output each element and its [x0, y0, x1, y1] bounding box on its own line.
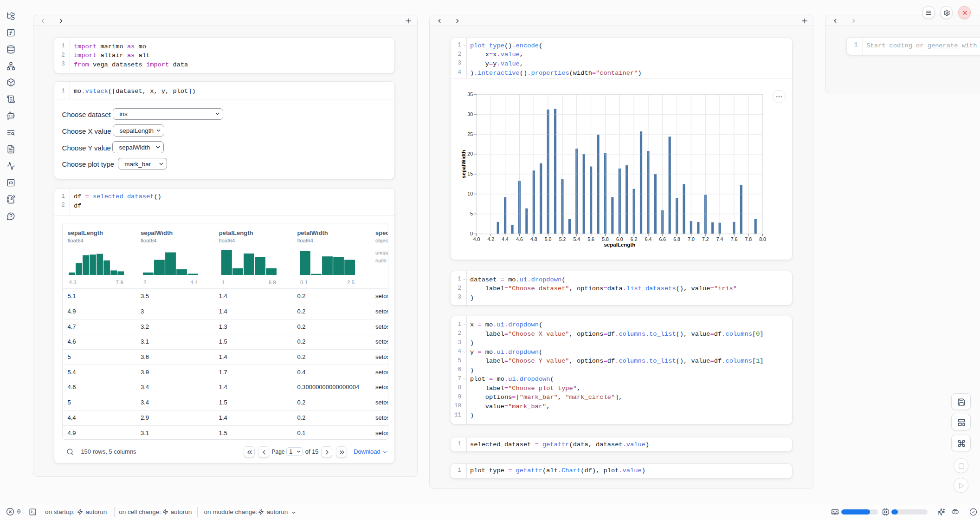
svg-text:30: 30: [467, 111, 473, 117]
svg-text:25: 25: [467, 131, 473, 137]
svg-text:5.8: 5.8: [602, 236, 609, 242]
svg-text:5.0: 5.0: [545, 236, 552, 242]
svg-text:5.2: 5.2: [559, 236, 566, 242]
svg-text:7.2: 7.2: [702, 236, 709, 242]
svg-text:8.0: 8.0: [759, 236, 766, 242]
svg-text:5.6: 5.6: [587, 236, 594, 242]
svg-text:sepalWidth: sepalWidth: [461, 150, 466, 178]
svg-text:6.6: 6.6: [659, 236, 666, 242]
svg-text:6.0: 6.0: [616, 236, 623, 242]
svg-text:7.0: 7.0: [688, 236, 695, 242]
svg-text:4.2: 4.2: [488, 236, 495, 242]
svg-text:4.4: 4.4: [502, 236, 509, 242]
svg-text:15: 15: [467, 171, 473, 176]
svg-text:5.4: 5.4: [574, 236, 580, 242]
svg-text:sepalLength: sepalLength: [604, 241, 635, 247]
svg-text:6.8: 6.8: [673, 236, 680, 242]
svg-text:5: 5: [470, 211, 473, 216]
svg-text:10: 10: [467, 191, 473, 196]
svg-text:20: 20: [467, 151, 473, 156]
svg-text:7.6: 7.6: [731, 236, 738, 242]
svg-text:4.8: 4.8: [530, 236, 537, 242]
svg-text:7.8: 7.8: [745, 236, 752, 242]
svg-text:6.2: 6.2: [631, 236, 638, 242]
svg-text:0: 0: [470, 231, 473, 236]
svg-text:4.6: 4.6: [516, 236, 523, 242]
svg-text:6.4: 6.4: [645, 236, 652, 242]
svg-text:35: 35: [467, 91, 473, 97]
svg-text:4.0: 4.0: [473, 236, 480, 242]
svg-text:7.4: 7.4: [716, 236, 723, 242]
